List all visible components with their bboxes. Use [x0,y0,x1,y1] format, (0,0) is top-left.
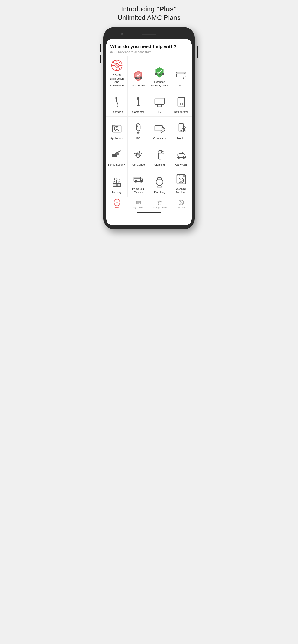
service-item-computers[interactable]: Computers [149,117,170,143]
service-item-homesecurity[interactable]: Home Security [106,143,128,170]
service-item-laundry[interactable]: Laundry [106,170,128,197]
svg-line-59 [185,130,186,131]
power-button [197,46,198,58]
phone-top-bar [106,31,192,38]
service-label-carwash: Car Wash [175,163,187,166]
svg-rect-86 [158,178,162,180]
service-label-amc: AMC Plans [131,84,145,87]
svg-point-93 [179,176,180,176]
phone-screen: What do you need help with? 300+ Service… [106,38,192,226]
service-label-mobile: Mobile [177,136,185,140]
service-item-refrigerator[interactable]: Refrigerator [170,90,192,117]
service-item-cleaning[interactable]: Cleaning [149,143,170,170]
svg-rect-26 [184,73,185,74]
service-item-tv[interactable]: TV [149,90,170,117]
service-item-electrician[interactable]: Electrician [106,90,128,117]
main-scroll-area[interactable]: What do you need help with? 300+ Service… [106,38,192,197]
svg-rect-32 [137,97,139,100]
service-item-ac[interactable]: AC [170,56,192,90]
extended-icon [153,66,166,78]
home-bar [137,212,161,213]
mycases-icon [135,199,141,206]
service-label-ro: RO [136,136,140,140]
svg-rect-95 [136,201,140,204]
svg-point-14 [137,74,138,76]
svg-point-11 [113,62,114,63]
svg-rect-63 [112,154,113,155]
service-label-cleaning: Cleaning [154,163,165,166]
svg-line-70 [139,153,142,154]
nav-item-mrright[interactable]: Mr Right Plus [149,199,170,209]
page-wrapper: Introducing "Plus" Unlimited AMC Plans W… [94,5,204,229]
svg-rect-49 [136,124,140,131]
svg-point-7 [116,60,117,62]
packers-icon [132,173,144,185]
svg-rect-29 [115,97,117,99]
home-indicator [106,210,192,215]
ac-icon [175,70,187,82]
svg-rect-44 [181,104,183,105]
service-item-packers[interactable]: Packers & Movers [128,170,149,197]
page-header-title: Introducing "Plus" Unlimited AMC Plans [117,5,181,22]
nav-label-new: New [114,206,119,209]
front-camera [121,33,123,36]
svg-line-37 [161,104,162,107]
service-item-appliances[interactable]: Appliances [106,117,128,143]
svg-point-9 [112,65,113,66]
svg-point-91 [180,179,182,182]
svg-rect-56 [179,124,184,132]
service-page-subtitle: 300+ Services to choose from [110,50,188,54]
service-label-toilet: Plumbing [154,190,165,194]
service-item-extended[interactable]: Extended Warranty Plans [149,56,170,90]
service-item-amc[interactable]: AMC Plans [128,56,149,90]
svg-rect-33 [138,100,139,106]
service-item-pestcontrol[interactable]: Pest Control [128,143,149,170]
svg-point-8 [116,69,117,70]
toilet-icon [153,176,166,188]
svg-point-51 [137,132,139,134]
svg-point-61 [115,152,119,155]
earpiece-speaker [142,34,156,35]
service-item-washingmachine[interactable]: Washing Machine [170,170,192,197]
svg-point-101 [181,201,182,202]
tv-icon [153,96,166,108]
svg-rect-39 [178,97,185,107]
service-item-ro[interactable]: RO [128,117,149,143]
phone-device: What do you need help with? 300+ Service… [103,27,195,229]
service-label-homesecurity: Home Security [108,163,125,166]
svg-point-79 [116,184,118,186]
service-item-carwash[interactable]: Car Wash [170,143,192,170]
nav-item-new[interactable]: + New [106,199,128,209]
svg-rect-18 [155,73,157,75]
covid-icon [111,59,123,72]
nav-label-mrright: Mr Right Plus [152,206,167,209]
service-grid: COVID Disinfection And Sanitization [106,56,192,197]
new-icon: + [114,199,120,206]
computers-icon [153,122,166,135]
service-label-washingmachine: Washing Machine [172,187,190,194]
svg-rect-17 [140,77,141,78]
washingmachine-icon [175,173,187,185]
nav-item-mycases[interactable]: My Cases [128,199,149,209]
service-label-laundry: Laundry [112,190,122,194]
svg-line-67 [134,153,137,154]
svg-line-62 [117,151,121,152]
service-label-extended: Extended Warranty Plans [151,80,169,87]
service-label-refrigerator: Refrigerator [174,110,188,114]
service-item-covid[interactable]: COVID Disinfection And Sanitization [106,56,128,90]
svg-marker-99 [158,200,162,204]
service-label-tv: TV [158,110,161,114]
service-page-title: What do you need help with? [110,43,188,50]
svg-rect-15 [135,77,137,78]
service-item-carpenter[interactable]: Carpenter [128,90,149,117]
service-label-computers: Computers [153,136,166,140]
service-item-mobile[interactable]: Mobile [170,117,192,143]
service-label-packers: Packers & Movers [129,187,147,194]
carpenter-icon [132,96,144,108]
nav-item-account[interactable]: Account [170,199,192,209]
service-item-toilet[interactable]: Plumbing [149,170,170,197]
svg-point-47 [116,128,118,130]
svg-point-92 [177,176,178,176]
svg-rect-20 [162,72,164,75]
nav-label-mycases: My Cases [133,206,143,209]
